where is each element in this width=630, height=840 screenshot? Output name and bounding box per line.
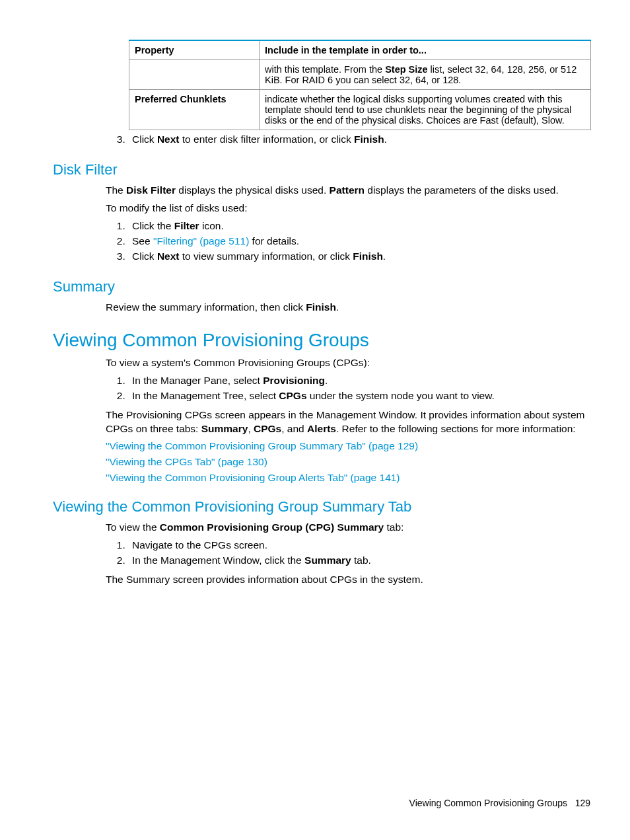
heading-summary: Summary [53, 278, 590, 295]
step-item: Click Next to view summary information, … [128, 250, 590, 264]
step-item: In the Management Tree, select CPGs unde… [128, 389, 590, 403]
heading-viewing-summary-tab: Viewing the Common Provisioning Group Su… [53, 498, 590, 515]
table-row: with this template. From the Step Size l… [129, 60, 591, 90]
viewing-summary-closing: The Summary screen provides information … [106, 573, 590, 587]
step-item: Click the Filter icon. [128, 219, 590, 233]
disk-filter-intro: The Disk Filter displays the physical di… [106, 184, 590, 198]
viewing-cpg-steps: In the Manager Pane, select Provisioning… [106, 374, 590, 403]
page-footer: Viewing Common Provisioning Groups 129 [409, 798, 590, 808]
table-cell-desc: with this template. From the Step Size l… [260, 60, 591, 90]
step-item: Navigate to the CPGs screen. [128, 539, 590, 553]
heading-viewing-cpg: Viewing Common Provisioning Groups [53, 330, 590, 351]
table-header-property: Property [129, 40, 260, 60]
table-header-include: Include in the template in order to... [260, 40, 591, 60]
disk-filter-modify: To modify the list of disks used: [106, 202, 590, 215]
step-item: In the Manager Pane, select Provisioning… [128, 374, 590, 388]
table-cell-desc: indicate whether the logical disks suppo… [260, 90, 591, 130]
step-item: In the Management Window, click the Summ… [128, 554, 590, 568]
link-filtering[interactable]: "Filtering" (page 511) [153, 235, 249, 247]
link-cpgs-tab[interactable]: "Viewing the CPGs Tab" (page 130) [106, 456, 267, 467]
link-cpg-alerts-tab[interactable]: "Viewing the Common Provisioning Group A… [106, 472, 400, 483]
table-row: Preferred Chunklets indicate whether the… [129, 90, 591, 130]
footer-page-number: 129 [575, 798, 590, 808]
viewing-summary-tab-steps: Navigate to the CPGs screen. In the Mana… [106, 539, 590, 568]
summary-text: Review the summary information, then cli… [106, 301, 590, 315]
step-item: See "Filtering" (page 511) for details. [128, 235, 590, 248]
table-cell-property [129, 60, 260, 90]
step-item: Click Next to enter disk filter informat… [128, 133, 590, 147]
link-cpg-summary-tab[interactable]: "Viewing the Common Provisioning Group S… [106, 440, 418, 451]
footer-text: Viewing Common Provisioning Groups [409, 798, 567, 808]
heading-disk-filter: Disk Filter [53, 161, 590, 178]
step-list-pre: Click Next to enter disk filter informat… [106, 133, 590, 147]
property-table: Property Include in the template in orde… [129, 40, 591, 130]
viewing-cpg-intro: To view a system's Common Provisioning G… [106, 356, 590, 370]
table-cell-property: Preferred Chunklets [129, 90, 260, 130]
viewing-summary-tab-intro: To view the Common Provisioning Group (C… [106, 521, 590, 535]
viewing-cpg-para: The Provisioning CPGs screen appears in … [106, 408, 590, 436]
disk-filter-steps: Click the Filter icon. See "Filtering" (… [106, 219, 590, 264]
